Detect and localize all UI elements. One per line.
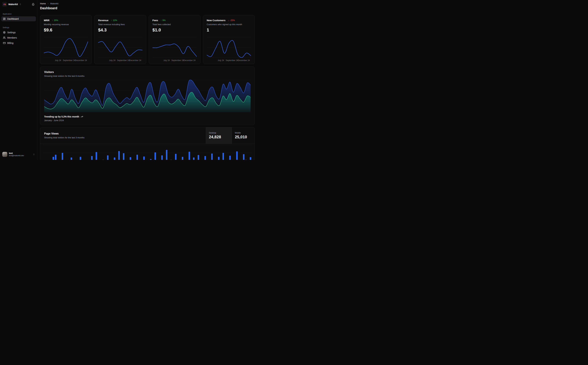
trend-value: -25%: [230, 19, 235, 21]
bar: [245, 160, 247, 160]
bar: [175, 154, 176, 160]
toggle-label: Mobile: [235, 132, 252, 134]
visitors-card: Visitors Showing total visitors for the …: [40, 67, 255, 125]
toggle-label: Desktop: [209, 132, 229, 134]
chevrons-up-down-icon[interactable]: [19, 3, 21, 5]
page-views-card: Page Views Showing total visitors for th…: [40, 127, 255, 160]
trend-badge-up: ↑ 9%: [161, 19, 166, 21]
trend-value: 12%: [113, 19, 117, 21]
workspace-row: m Makerkit: [1, 2, 36, 7]
chevrons-up-down-icon: [33, 153, 35, 155]
stat-card-mrr: MRR ↑ 20% Monthly recurring revenue $9.6…: [40, 15, 92, 64]
page-views-title: Page Views: [44, 132, 202, 135]
bar: [53, 157, 54, 160]
bar: [198, 155, 199, 160]
stat-card-revenue: Revenue ↑ 12% Total revenue including fe…: [94, 15, 146, 64]
bar: [130, 157, 131, 160]
trending-up-icon: [81, 115, 83, 118]
user-name: test: [9, 152, 24, 154]
x-axis-labels: July 24 September 24 December 24: [152, 59, 197, 62]
stat-card-new-customers: New Customers ↓ -25% Customers who signe…: [203, 15, 255, 64]
bar: [204, 156, 206, 160]
x-axis-labels: July 24 September 24 December 24: [207, 59, 251, 62]
trend-badge-down: ↓ -25%: [228, 19, 235, 21]
visitors-date-range: January - June 2024: [44, 119, 251, 122]
section-label-settings: Settings: [3, 27, 35, 28]
visitors-trend-text: Trending up by 5.2% this month: [44, 115, 79, 118]
bar: [236, 151, 238, 160]
workspace-name[interactable]: Makerkit: [8, 3, 18, 6]
user-email: test@makerkit.dev: [9, 154, 24, 157]
bar: [123, 153, 125, 160]
sidebar-item-members[interactable]: Members: [1, 35, 36, 40]
sidebar-item-label: Settings: [7, 31, 16, 34]
toggle-value: 25,010: [235, 135, 252, 139]
breadcrumb-home-link[interactable]: Home: [40, 2, 46, 5]
bar: [137, 155, 138, 160]
toggle-mobile[interactable]: Mobile 25,010: [232, 127, 255, 144]
page-title: Dashboard: [40, 6, 255, 10]
stat-subtitle: Total fees collected: [152, 23, 197, 26]
chevron-right-icon: [47, 3, 49, 5]
stat-subtitle: Customers who signed up this month: [207, 23, 251, 26]
sidebar-item-label: Members: [7, 36, 17, 39]
bar: [62, 153, 63, 160]
stat-title: MRR: [44, 19, 49, 22]
stat-title: Revenue: [98, 19, 109, 22]
x-axis-labels: July 24 September 24 December 24: [44, 59, 88, 62]
stat-subtitle: Monthly recurring revenue: [44, 23, 88, 26]
page-views-bar-chart: [43, 144, 252, 160]
bar: [71, 158, 72, 160]
bar: [250, 157, 251, 160]
bar: [193, 158, 194, 160]
bar: [80, 157, 81, 160]
bar: [91, 156, 93, 160]
visitors-title: Visitors: [44, 71, 251, 74]
arrow-up-icon: ↑: [52, 19, 53, 21]
bar: [170, 160, 172, 160]
visitors-footer: Trending up by 5.2% this month January -…: [44, 115, 251, 122]
sparkline-chart: July 24 September 24 December 24: [44, 36, 88, 62]
sidebar-item-settings[interactable]: Settings: [1, 30, 36, 35]
credit-card-icon: [3, 42, 6, 44]
user-avatar: [2, 152, 7, 157]
bar: [166, 150, 167, 160]
section-label-application: Application: [3, 13, 35, 15]
visitors-area-chart: [44, 80, 251, 112]
gear-icon: [3, 31, 6, 34]
page-views-subtitle: Showing total visitors for the last 3 mo…: [44, 136, 202, 139]
sidebar-item-label: Dashboard: [7, 18, 19, 20]
bar: [114, 158, 115, 160]
makerkit-logo: m: [2, 2, 7, 7]
sidebar-item-billing[interactable]: Billing: [1, 41, 36, 45]
stat-value: $9.6: [44, 28, 88, 33]
main-content: Home Makerkit Dashboard MRR ↑ 20% Monthl…: [37, 0, 257, 160]
bar: [182, 157, 183, 160]
stat-cards-row: MRR ↑ 20% Monthly recurring revenue $9.6…: [40, 15, 255, 64]
stat-title: Fees: [152, 19, 158, 22]
toggle-desktop[interactable]: Desktop 24,828: [206, 127, 232, 144]
visitors-subtitle: Showing total visitors for the last 6 mo…: [44, 75, 251, 77]
bar: [211, 154, 213, 160]
bar: [107, 155, 109, 160]
bar: [243, 154, 244, 160]
user-menu[interactable]: test test@makerkit.dev: [1, 151, 36, 158]
toggle-value: 24,828: [209, 135, 229, 139]
trend-value: 20%: [54, 19, 58, 21]
bar: [161, 155, 163, 160]
arrow-down-icon: ↓: [228, 19, 229, 21]
bar: [188, 152, 190, 160]
dashboard-icon: [3, 18, 6, 20]
stat-value: $4.3: [98, 28, 142, 33]
sidebar: m Makerkit Application Dashboard Setting…: [0, 0, 37, 160]
x-axis-labels: July 24 September 24 December 24: [98, 59, 142, 62]
bar: [222, 153, 224, 160]
page-views-header: Page Views Showing total visitors for th…: [40, 127, 255, 144]
bar: [143, 156, 145, 160]
sidebar-item-dashboard[interactable]: Dashboard: [1, 16, 36, 21]
bell-icon[interactable]: [31, 3, 35, 6]
breadcrumb-current: Makerkit: [50, 2, 58, 5]
stat-title: New Customers: [207, 19, 225, 22]
stat-value: 1: [207, 28, 251, 33]
stat-value: $1.0: [152, 28, 197, 33]
